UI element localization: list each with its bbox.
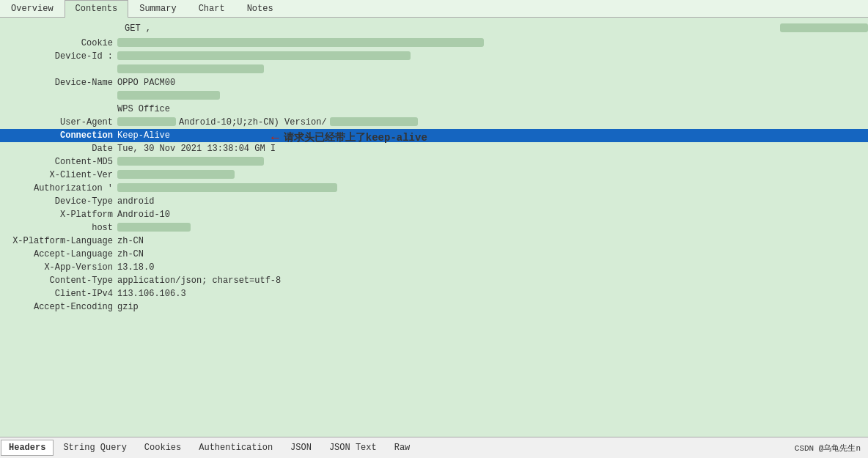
get-blurred (780, 23, 868, 32)
bottom-bar: Headers String Query Cookies Authenticat… (0, 437, 868, 458)
x-platform-language-value: zh-CN (117, 236, 868, 246)
connection-key: Connection (0, 130, 117, 141)
accept-language-key: Accept-Language (0, 249, 117, 259)
tab-chart[interactable]: Chart (188, 0, 236, 17)
x-app-version-row: X-App-Version 13.18.0 (0, 261, 868, 274)
connection-row: Connection Keep-Alive ← 请求头已经带上了keep-ali… (0, 129, 868, 142)
get-value: GET , (125, 23, 777, 34)
user-agent-row: User-Agent Android-10;U;zh-CN) Version/ (0, 116, 868, 129)
user-agent-blurred-2 (330, 117, 418, 126)
cookie-value-blurred (117, 38, 484, 47)
device-id-row: Device-Id : (0, 50, 868, 63)
device-type-value: android (117, 196, 868, 207)
date-value: Tue, 30 Nov 2021 13:38:04 GM I (117, 144, 868, 154)
user-agent-value: Android-10;U;zh-CN) Version/ (179, 117, 327, 128)
wps-value: WPS Office (117, 104, 868, 114)
wps-row: WPS Office (0, 103, 868, 116)
date-row: Date Tue, 30 Nov 2021 13:38:04 GM I (0, 142, 868, 155)
content-md5-key: Content-MD5 (0, 157, 117, 167)
device-name-value: OPPO PACM00 (117, 78, 868, 88)
x-client-ver-key: X-Client-Ver (0, 170, 117, 180)
authorization-row: Authorization ' (0, 182, 868, 195)
content-type-key: Content-Type (0, 276, 117, 286)
accept-encoding-row: Accept-Encoding gzip (0, 300, 868, 314)
host-row: host (0, 221, 868, 234)
get-row: GET , (0, 21, 868, 37)
device-name-row: Device-Name OPPO PACM00 (0, 76, 868, 89)
date-key: Date (0, 144, 117, 154)
x-platform-language-key: X-Platform-Language (0, 236, 117, 246)
bottom-tab-json[interactable]: JSON (282, 440, 320, 456)
client-ipv4-row: Client-IPv4 113.106.106.3 (0, 287, 868, 300)
cookie-row: Cookie (0, 37, 868, 50)
bottom-tab-cookies[interactable]: Cookies (136, 440, 189, 456)
top-tab-bar: Overview Contents Summary Chart Notes (0, 0, 868, 18)
x-platform-row: X-Platform Android-10 (0, 208, 868, 221)
tab-summary[interactable]: Summary (128, 0, 187, 17)
x-app-version-value: 13.18.0 (117, 262, 868, 273)
device-name-key: Device-Name (0, 78, 117, 88)
content-type-value: application/json; charset=utf-8 (117, 276, 868, 286)
bottom-right-text: CSDN @乌龟先生n (795, 443, 868, 454)
tab-notes[interactable]: Notes (236, 0, 284, 17)
accept-encoding-value: gzip (117, 302, 868, 312)
accept-language-value: zh-CN (117, 249, 868, 259)
host-key: host (0, 223, 117, 233)
x-platform-value: Android-10 (117, 210, 868, 220)
content-type-row: Content-Type application/json; charset=u… (0, 274, 868, 287)
cookie-key: Cookie (0, 38, 117, 48)
x-platform-key: X-Platform (0, 210, 117, 220)
tab-contents[interactable]: Contents (65, 0, 129, 18)
bottom-tab-authentication[interactable]: Authentication (191, 440, 281, 456)
client-ipv4-key: Client-IPv4 (0, 289, 117, 299)
headers-content: GET , Cookie Device-Id : Device-Name OPP… (0, 18, 868, 437)
bottom-tab-query-string[interactable]: String Query (55, 440, 134, 456)
authorization-key: Authorization ' (0, 183, 117, 193)
x-platform-language-row: X-Platform-Language zh-CN (0, 234, 868, 248)
user-agent-key: User-Agent (0, 117, 117, 128)
blurred-row-1 (0, 63, 868, 76)
device-type-key: Device-Type (0, 196, 117, 207)
authorization-blurred (117, 183, 337, 192)
accept-encoding-key: Accept-Encoding (0, 302, 117, 312)
empty-row-1 (0, 89, 868, 103)
content-md5-row: Content-MD5 (0, 155, 868, 169)
blurred-val-2 (117, 91, 220, 100)
device-type-row: Device-Type android (0, 195, 868, 208)
connection-value: Keep-Alive (117, 130, 170, 141)
device-id-value-blurred (117, 51, 411, 60)
device-id-key: Device-Id : (0, 51, 117, 62)
blurred-val-1 (117, 64, 264, 73)
bottom-tab-raw[interactable]: Raw (386, 440, 419, 456)
x-app-version-key: X-App-Version (0, 262, 117, 273)
x-client-ver-blurred (117, 170, 235, 179)
accept-language-row: Accept-Language zh-CN (0, 248, 868, 261)
bottom-tab-json-text[interactable]: JSON Text (321, 440, 385, 456)
user-agent-blurred-1 (117, 117, 176, 126)
x-client-ver-row: X-Client-Ver (0, 169, 868, 182)
host-blurred (117, 223, 191, 232)
client-ipv4-value: 113.106.106.3 (117, 289, 868, 299)
tab-overview[interactable]: Overview (0, 0, 65, 17)
bottom-tab-headers[interactable]: Headers (1, 440, 54, 456)
content-md5-value-blurred (117, 157, 264, 166)
